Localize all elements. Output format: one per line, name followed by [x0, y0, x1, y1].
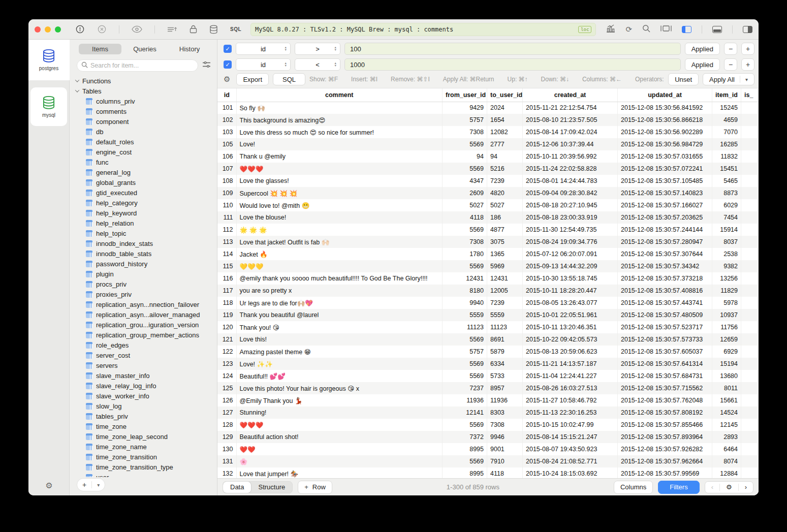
cell-item_id[interactable]: 8011: [712, 382, 741, 394]
cell-from_user_id[interactable]: 5757: [443, 346, 487, 358]
cell-is_[interactable]: [741, 248, 759, 260]
cell-item_id[interactable]: 12145: [712, 419, 741, 431]
cell-is_[interactable]: [741, 175, 759, 187]
column-header-updated_at[interactable]: updated_at: [618, 88, 712, 102]
cell-id[interactable]: 111: [217, 211, 236, 224]
remove-filter-button[interactable]: −: [724, 58, 737, 71]
filters-button[interactable]: Filters: [658, 481, 699, 494]
sidebar-table-item[interactable]: replication_asyn...nnection_failover: [75, 299, 217, 309]
table-row[interactable]: 102This background is amazing😍5757165420…: [217, 114, 759, 126]
cell-to_user_id[interactable]: 7308: [487, 419, 523, 431]
cell-to_user_id[interactable]: 4118: [487, 467, 523, 478]
cell-created_at[interactable]: 2015-08-24 19:09:34.776: [523, 236, 618, 248]
cell-item_id[interactable]: 6929: [712, 346, 741, 358]
sidebar-table-item[interactable]: procs_priv: [75, 279, 217, 289]
connection-mysql[interactable]: mysql: [30, 87, 67, 126]
cell-updated_at[interactable]: 2015-12-08 15:30:57.684731: [618, 370, 712, 382]
cell-item_id[interactable]: 8037: [712, 236, 741, 248]
sidebar-table-item[interactable]: help_topic: [75, 228, 217, 238]
cell-comment[interactable]: Supercool 💥 💥 💥: [236, 187, 443, 199]
cell-created_at[interactable]: 2015-11-30 12:54:49.735: [523, 224, 618, 236]
cell-item_id[interactable]: 13256: [712, 272, 741, 285]
cell-is_[interactable]: [741, 370, 759, 382]
cell-to_user_id[interactable]: 3075: [487, 236, 523, 248]
cell-created_at[interactable]: 2015-08-07 19:43:50.923: [523, 443, 618, 455]
cancel-icon[interactable]: [97, 24, 107, 34]
column-header-to_user_id[interactable]: to_user_id: [487, 88, 523, 102]
cell-comment[interactable]: This background is amazing😍: [236, 114, 443, 126]
cell-updated_at[interactable]: 2015-12-08 15:30:56.866218: [618, 114, 712, 126]
cell-to_user_id[interactable]: 11936: [487, 394, 523, 406]
cell-item_id[interactable]: 4659: [712, 114, 741, 126]
cell-created_at[interactable]: 2015-10-01 22:05:51.961: [523, 309, 618, 321]
cell-id[interactable]: 118: [217, 297, 236, 309]
cell-is_[interactable]: [741, 285, 759, 297]
column-header-from_user_id[interactable]: from_user_id: [443, 88, 487, 102]
cell-is_[interactable]: [741, 126, 759, 138]
grid-header-row[interactable]: idcommentfrom_user_idto_user_idcreated_a…: [217, 88, 759, 102]
remove-filter-button[interactable]: −: [724, 43, 737, 55]
cell-from_user_id[interactable]: 11123: [443, 321, 487, 333]
cell-item_id[interactable]: 7454: [712, 211, 741, 224]
cell-comment[interactable]: Love this dress so much 😍 so nice for su…: [236, 126, 443, 138]
cell-comment[interactable]: ❤️❤️❤️: [236, 163, 443, 175]
sidebar-table-item[interactable]: proxies_priv: [75, 289, 217, 299]
sidebar-table-item[interactable]: engine_cost: [75, 147, 217, 157]
cell-comment[interactable]: you are so pretty x: [236, 285, 443, 297]
settings-gear-icon[interactable]: ⚙: [28, 481, 70, 490]
cell-from_user_id[interactable]: 8995: [443, 467, 487, 478]
cell-from_user_id[interactable]: 1780: [443, 248, 487, 260]
cell-to_user_id[interactable]: 1365: [487, 248, 523, 260]
cell-from_user_id[interactable]: 5569: [443, 333, 487, 346]
cell-created_at[interactable]: 2015-10-24 18:15:03.692: [523, 467, 618, 478]
cell-updated_at[interactable]: 2015-12-08 15:30:57.641314: [618, 358, 712, 370]
sidebar-table-item[interactable]: comments: [75, 106, 217, 116]
sidebar-table-item[interactable]: role_edges: [75, 340, 217, 350]
cell-created_at[interactable]: 2015-08-13 20:59:06.623: [523, 346, 618, 358]
cell-to_user_id[interactable]: 186: [487, 211, 523, 224]
table-row[interactable]: 107❤️❤️❤️556952162015-11-24 22:02:58.828…: [217, 163, 759, 175]
tab-queries[interactable]: Queries: [123, 44, 166, 54]
cell-is_[interactable]: [741, 382, 759, 394]
cell-from_user_id[interactable]: 9429: [443, 102, 487, 114]
cell-to_user_id[interactable]: 9001: [487, 443, 523, 455]
cell-to_user_id[interactable]: 7910: [487, 455, 523, 467]
table-row[interactable]: 103Love this dress so much 😍 so nice for…: [217, 126, 759, 138]
cell-id[interactable]: 130: [217, 443, 236, 455]
cell-from_user_id[interactable]: 9940: [443, 297, 487, 309]
cell-from_user_id[interactable]: 5569: [443, 260, 487, 272]
table-row[interactable]: 113Love that jacket! Outfit is fab 🙌🏻730…: [217, 236, 759, 248]
cell-from_user_id[interactable]: 7308: [443, 236, 487, 248]
tree-section-functions[interactable]: Functions: [75, 76, 217, 86]
cell-updated_at[interactable]: 2015-12-08 15:30:57.34342: [618, 260, 712, 272]
cell-updated_at[interactable]: 2015-12-08 15:30:57.443741: [618, 297, 712, 309]
cell-item_id[interactable]: 9382: [712, 260, 741, 272]
cell-id[interactable]: 125: [217, 382, 236, 394]
cell-to_user_id[interactable]: 5027: [487, 199, 523, 211]
table-row[interactable]: 105Love!556927772015-12-06 10:37:39.4420…: [217, 138, 759, 150]
cell-item_id[interactable]: 8873: [712, 187, 741, 199]
cell-to_user_id[interactable]: 5969: [487, 260, 523, 272]
cell-to_user_id[interactable]: 7239: [487, 297, 523, 309]
sidebar-table-item[interactable]: time_zone_transition_type: [75, 462, 217, 472]
sidebar-table-item[interactable]: columns_priv: [75, 96, 217, 106]
commit-connection-icon[interactable]: [75, 24, 85, 34]
cell-comment[interactable]: @Emily Thank you 💃🏽: [236, 394, 443, 406]
table-row[interactable]: 101So fly 🙌🏼942920242015-11-21 22:12:54.…: [217, 102, 759, 114]
cell-comment[interactable]: @emily thank you soooo much beautiful!!!…: [236, 272, 443, 285]
cell-to_user_id[interactable]: 8691: [487, 333, 523, 346]
cell-to_user_id[interactable]: 4877: [487, 224, 523, 236]
sidebar-table-item[interactable]: replication_group_member_actions: [75, 330, 217, 340]
sidebar-table-item[interactable]: slave_relay_log_info: [75, 381, 217, 391]
unset-button[interactable]: Unset: [668, 73, 699, 85]
sidebar-table-item[interactable]: help_relation: [75, 218, 217, 228]
cell-comment[interactable]: Thank you beautiful @laurel: [236, 309, 443, 321]
cell-from_user_id[interactable]: 5027: [443, 199, 487, 211]
cell-created_at[interactable]: 2015-10-30 13:55:18.745: [523, 272, 618, 285]
cell-from_user_id[interactable]: 5569: [443, 370, 487, 382]
cell-item_id[interactable]: 15451: [712, 163, 741, 175]
cell-item_id[interactable]: 2538: [712, 248, 741, 260]
cell-item_id[interactable]: 11832: [712, 150, 741, 163]
cell-from_user_id[interactable]: 7237: [443, 382, 487, 394]
filter-column-select[interactable]: id ▲▼: [236, 43, 291, 55]
